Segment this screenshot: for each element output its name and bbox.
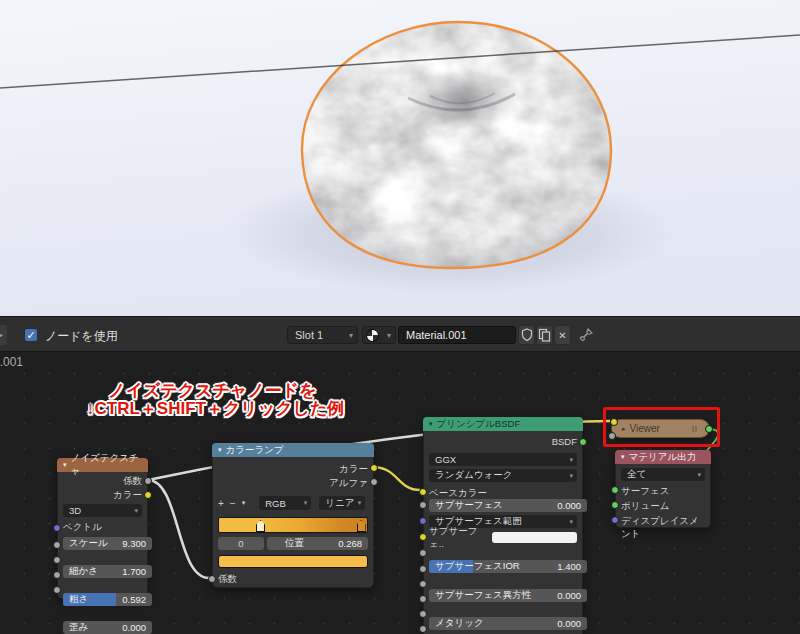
ramp-toolbar: + − ▾ RGB▾ リニア▾	[218, 496, 368, 510]
chevron-down-icon: ▾	[304, 499, 308, 507]
chevron-down-icon: ▾	[569, 518, 573, 526]
socket-surface-in[interactable]	[611, 486, 619, 494]
socket-color-out[interactable]	[144, 491, 152, 499]
input-displacement: ディスプレイスメント	[621, 515, 705, 541]
annotation-line1: ノイズテクスチャノードを	[108, 382, 344, 400]
add-stop-button[interactable]: +	[218, 498, 224, 509]
use-nodes-checkbox[interactable]: ✓	[24, 328, 38, 342]
socket-metallic-in[interactable]	[419, 580, 427, 588]
node-color-ramp[interactable]: ▾ カラーランプ カラー アルファ + − ▾ RGB▾ リニア▾	[212, 443, 374, 588]
node-header[interactable]: ▾ マテリアル出力	[615, 450, 711, 464]
annotation-line2: ↓CTRL＋SHIFT＋クリックした例	[86, 400, 344, 418]
dimensions-dropdown[interactable]: 3D▾	[63, 504, 142, 517]
roughness-slider[interactable]: 粗さ0.592	[63, 593, 152, 606]
viewport-render	[0, 0, 800, 316]
tutorial-annotation: ノイズテクスチャノードを ↓CTRL＋SHIFT＋クリックした例	[86, 382, 344, 418]
stop-index-field[interactable]: 0	[218, 537, 264, 550]
subsurface-anisotropy-slider[interactable]: サブサーフェス異方性0.000	[429, 589, 587, 602]
node-title: カラーランプ	[226, 444, 284, 457]
subsurface-color-swatch[interactable]	[492, 532, 577, 543]
use-nodes-label: ノードを使用	[45, 328, 118, 345]
detail-slider[interactable]: 細かさ1.700	[63, 565, 152, 578]
socket-specular-in[interactable]	[419, 595, 427, 603]
input-fac: 係数	[218, 573, 368, 586]
node-principled-bsdf[interactable]: ▾ プリンシプルBSDF BSDF GGX▾ ランダムウォーク▾ ベースカラー …	[423, 417, 583, 634]
interpolation-dropdown[interactable]: リニア▾	[319, 496, 365, 510]
socket-scale-in[interactable]	[53, 541, 61, 549]
close-icon: ✕	[558, 330, 566, 341]
node-header[interactable]: ▾ プリンシプルBSDF	[423, 417, 583, 431]
subsurface-color-row: サブサーフェ..	[429, 531, 577, 544]
socket-bsdf-out[interactable]	[579, 438, 587, 446]
material-name-field[interactable]: Material.001	[398, 326, 516, 344]
chevron-down-icon: ▾	[134, 507, 138, 515]
socket-roughness-in[interactable]	[53, 571, 61, 579]
check-icon: ✓	[26, 329, 35, 341]
gradient-stop[interactable]	[357, 520, 366, 532]
socket-subsurface-anisotropy-in[interactable]	[419, 565, 427, 573]
collapse-icon[interactable]: ▾	[218, 446, 222, 454]
output-color: カラー	[218, 463, 368, 476]
chevron-down-icon: ▾	[358, 499, 362, 507]
output-bsdf: BSDF	[429, 436, 577, 447]
socket-specular-tint-in[interactable]	[419, 610, 427, 618]
material-slot-select[interactable]: Slot 1 ▾	[287, 326, 358, 344]
fake-user-button[interactable]	[518, 325, 535, 345]
shader-node-editor[interactable]: l.001 ノイズテクスチャノードを ↓CTRL＋SHIFT＋クリックした例 ▾…	[0, 352, 800, 634]
donut-object[interactable]	[302, 22, 611, 268]
scale-slider[interactable]: スケール9.300	[63, 537, 152, 550]
socket-vector-in[interactable]	[53, 524, 61, 532]
socket-distortion-in[interactable]	[53, 586, 61, 594]
gradient-stop-active[interactable]	[256, 520, 265, 532]
subsurface-ior-slider[interactable]: サブサーフェスIOR1.400	[429, 560, 587, 573]
unlink-material-button[interactable]: ✕	[554, 325, 571, 345]
socket-subsurface-radius-in[interactable]	[419, 517, 427, 525]
socket-fac-in[interactable]	[208, 575, 216, 583]
collapse-icon[interactable]: ▾	[63, 461, 67, 469]
input-surface: サーフェス	[621, 485, 705, 498]
input-vector: ベクトル	[63, 521, 142, 534]
active-stop-marker	[261, 514, 262, 520]
subsurface-method-dropdown[interactable]: ランダムウォーク▾	[429, 469, 577, 482]
stop-color-swatch[interactable]	[218, 555, 368, 568]
shader-editor-header: ▸ ✓ ノードを使用 Slot 1 ▾ ▾ Material.001 ✕	[0, 316, 800, 352]
socket-base-color-in[interactable]	[419, 488, 427, 496]
socket-subsurface-ior-in[interactable]	[419, 549, 427, 557]
slot-value: Slot 1	[295, 329, 323, 341]
collapse-icon[interactable]: ▾	[621, 453, 625, 461]
remove-stop-button[interactable]: −	[230, 498, 236, 509]
link-noise-to-ramp	[148, 480, 209, 578]
blender-window: ▸ ✓ ノードを使用 Slot 1 ▾ ▾ Material.001 ✕	[0, 0, 800, 634]
distortion-slider[interactable]: 歪み0.000	[63, 621, 152, 634]
stop-position-slider[interactable]: 位置 0.268	[267, 537, 368, 550]
chevron-down-icon: ▾	[569, 456, 573, 464]
socket-alpha-out[interactable]	[370, 478, 378, 486]
output-fac: 係数	[63, 475, 142, 488]
ramp-options-button[interactable]: ▾	[242, 499, 246, 507]
subsurface-slider[interactable]: サブサーフェス0.000	[429, 499, 587, 512]
new-material-button[interactable]	[536, 325, 553, 345]
socket-volume-in[interactable]	[611, 501, 619, 509]
shield-icon	[521, 328, 533, 342]
collapse-icon[interactable]: ▾	[429, 420, 433, 428]
socket-fac-out[interactable]	[144, 477, 152, 485]
distribution-dropdown[interactable]: GGX▾	[429, 453, 577, 466]
metallic-slider[interactable]: メタリック0.000	[429, 617, 587, 630]
socket-color-out[interactable]	[370, 464, 378, 472]
pin-button[interactable]	[578, 327, 594, 343]
socket-displacement-in[interactable]	[611, 516, 619, 524]
node-noise-texture[interactable]: ▾ ノイズテクスチャ 係数 カラー 3D▾ ベクトル スケール9.300 細かさ…	[57, 458, 148, 599]
chevron-down-icon: ▾	[569, 472, 573, 480]
socket-subsurface-color-in[interactable]	[419, 533, 427, 541]
socket-subsurface-in[interactable]	[419, 501, 427, 509]
socket-detail-in[interactable]	[53, 556, 61, 564]
socket-roughness-in[interactable]	[419, 625, 427, 633]
gradient-bar[interactable]	[218, 517, 368, 533]
node-material-output[interactable]: ▾ マテリアル出力 全て▾ サーフェス ボリューム ディスプレイスメント	[615, 450, 711, 528]
editor-type-icon[interactable]: ▸	[0, 325, 7, 345]
node-header[interactable]: ▾ ノイズテクスチャ	[57, 458, 148, 472]
node-header[interactable]: ▾ カラーランプ	[212, 443, 374, 457]
color-mode-dropdown[interactable]: RGB▾	[259, 496, 311, 510]
target-dropdown[interactable]: 全て▾	[621, 468, 705, 481]
browse-material-button[interactable]: ▾	[362, 326, 396, 344]
